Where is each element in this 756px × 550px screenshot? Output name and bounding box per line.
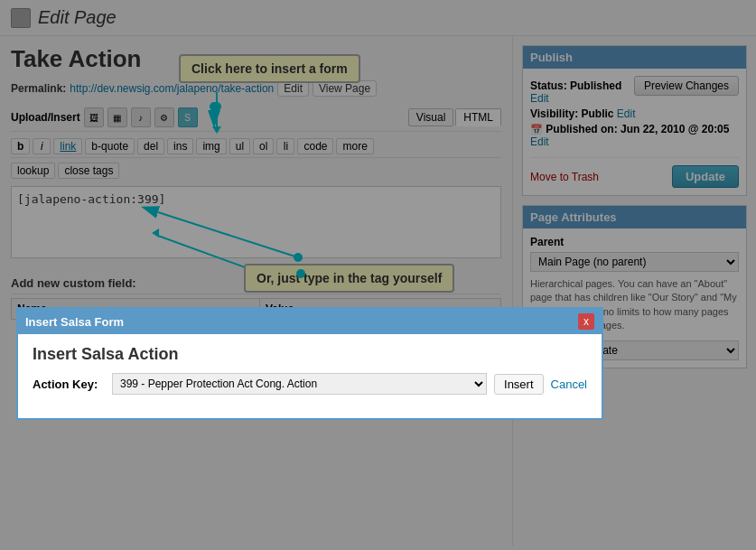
modal-overlay: Insert Salsa Form x Insert Salsa Action …: [0, 0, 756, 550]
modal-cancel-button[interactable]: Cancel: [551, 378, 587, 391]
modal-header-title: Insert Salsa Form: [25, 315, 124, 329]
modal-insert-button[interactable]: Insert: [494, 374, 544, 395]
modal-header: Insert Salsa Form x: [18, 309, 602, 334]
action-key-select[interactable]: 399 - Pepper Protection Act Cong. Action: [112, 373, 487, 395]
modal-body: Insert Salsa Action Action Key: 399 - Pe…: [18, 334, 602, 418]
modal-title: Insert Salsa Action: [33, 345, 587, 364]
insert-salsa-modal: Insert Salsa Form x Insert Salsa Action …: [16, 307, 603, 420]
modal-form-row: Action Key: 399 - Pepper Protection Act …: [33, 373, 587, 395]
action-key-label: Action Key:: [33, 378, 105, 391]
modal-close-button[interactable]: x: [578, 313, 594, 330]
page-wrapper: Edit Page Take Action Permalink: http://…: [0, 0, 756, 550]
